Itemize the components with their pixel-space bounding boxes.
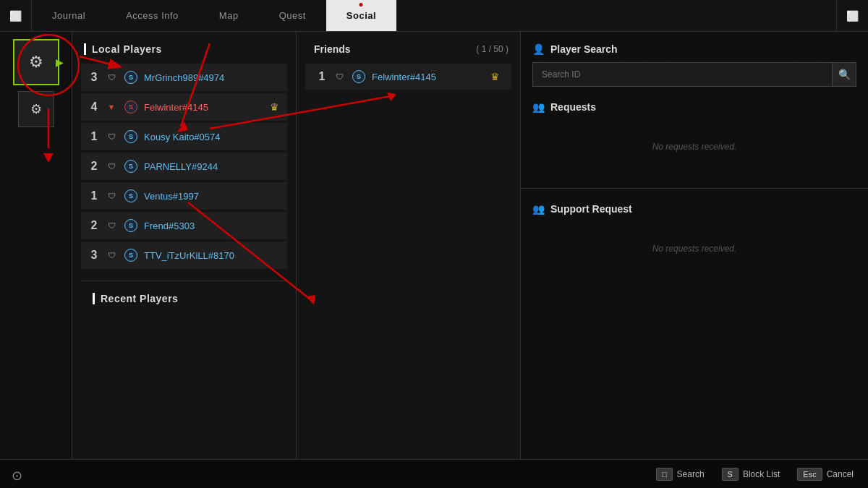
local-players-title: Local Players <box>72 43 296 64</box>
nav-access-info[interactable]: Access Info <box>106 0 199 31</box>
friend-row[interactable]: 1 🛡 S Felwinter#4145 ♛ <box>305 64 511 90</box>
left-sidebar: ⚙ ▶ ⚙ <box>0 32 72 459</box>
divider <box>521 188 868 189</box>
friends-panel: Friends ( 1 / 50 ) 1 🛡 S Felwinter#4145 … <box>297 32 521 459</box>
search-action[interactable]: □ Search <box>656 468 705 481</box>
player-name: Felwinter#4145 <box>144 102 264 113</box>
friends-count: ( 1 / 50 ) <box>476 44 509 54</box>
local-player-row[interactable]: 3 🛡 S TTV_iTzUrKiLL#8170 <box>81 241 287 269</box>
e-icon: ⬜ <box>846 10 859 22</box>
player-name: MrGrinch989#4974 <box>144 72 279 83</box>
settings-icon: ⚙ <box>30 101 42 117</box>
steam-icon-3: S <box>124 159 138 174</box>
friends-header: Friends ( 1 / 50 ) <box>297 43 520 64</box>
player-rank: 1 <box>89 189 99 202</box>
main-content: Local Players 3 🛡 S MrGrinch989#4974 4 ▼… <box>72 32 868 459</box>
support-request-section: 👥 Support Request No requests received. <box>532 203 856 275</box>
nav-journal[interactable]: Journal <box>32 0 106 31</box>
rank-icon-2: 🛡 <box>105 130 118 143</box>
gear-icon: ⚙ <box>29 53 43 72</box>
local-player-row[interactable]: 2 🛡 S Frend#5303 <box>81 212 287 239</box>
player-rank: 3 <box>89 249 99 262</box>
steam-icon-2: S <box>124 129 138 144</box>
active-indicator: ▶ <box>56 56 64 68</box>
support-request-title: 👥 Support Request <box>532 203 856 215</box>
q-icon: ⬜ <box>9 10 22 22</box>
steam-icon-5: S <box>124 218 138 233</box>
bottom-left-avatar: ⊙ <box>12 468 22 484</box>
no-support-message: No requests received. <box>532 222 856 275</box>
player-rank: 2 <box>89 160 99 173</box>
nav-quest[interactable]: Quest <box>259 0 326 31</box>
e-nav-button[interactable]: ⬜ <box>836 0 868 32</box>
requests-title: 👥 Requests <box>532 101 856 113</box>
search-bar: 🔍 <box>532 62 856 87</box>
rank-icon-6: 🛡 <box>105 249 118 262</box>
rank-icon-0: 🛡 <box>105 71 118 84</box>
friends-title: Friends <box>308 43 351 55</box>
q-nav-button[interactable]: ⬜ <box>0 0 32 32</box>
no-requests-message: No requests received. <box>532 120 856 174</box>
support-icon: 👥 <box>532 203 545 215</box>
sidebar-settings-icon[interactable]: ⚙ <box>18 91 54 127</box>
player-search-section: 👤 Player Search 🔍 <box>532 43 856 87</box>
cancel-key-badge: Esc <box>797 468 822 481</box>
player-rank: 3 <box>89 71 99 84</box>
nav-bar: ⬜ Journal Access Info Map Quest Social ⬜ <box>0 0 868 32</box>
magnifier-icon: 🔍 <box>838 69 851 80</box>
avatar-icon: ⊙ <box>12 468 22 483</box>
search-key-badge: □ <box>656 468 673 481</box>
local-players-list: 3 🛡 S MrGrinch989#4974 4 ▼ S Felwinter#4… <box>72 64 296 448</box>
person-search-icon: 👤 <box>532 43 545 55</box>
player-rank: 1 <box>89 130 99 143</box>
friend-crown-icon: ♛ <box>490 71 500 82</box>
local-player-row[interactable]: 1 🛡 S Kousy Kaito#0574 <box>81 123 287 150</box>
player-name: PARNELLY#9244 <box>144 161 279 172</box>
bottom-bar: ⊙ □ Search S Block List Esc Cancel <box>0 459 868 488</box>
rank-icon-4: 🛡 <box>105 189 118 202</box>
nav-notification-dot <box>359 3 363 7</box>
local-players-panel: Local Players 3 🛡 S MrGrinch989#4974 4 ▼… <box>72 32 297 459</box>
player-name: Kousy Kaito#0574 <box>144 132 279 142</box>
player-name: Frend#5303 <box>144 221 279 231</box>
cancel-action[interactable]: Esc Cancel <box>797 468 854 481</box>
rank-icon-1: ▼ <box>105 100 118 114</box>
title-bar-accent <box>84 43 86 55</box>
steam-icon-4: S <box>124 189 138 203</box>
local-player-row[interactable]: 1 🛡 S Ventus#1997 <box>81 182 287 210</box>
rank-icon-5: 🛡 <box>105 219 118 232</box>
block-list-key-badge: S <box>722 468 739 481</box>
rank-icon-3: 🛡 <box>105 160 118 173</box>
player-rank: 2 <box>89 219 99 232</box>
search-button[interactable]: 🔍 <box>832 62 856 87</box>
sidebar-profile-icon[interactable]: ⚙ ▶ <box>13 39 59 85</box>
social-panel: 👤 Player Search 🔍 👥 Requests No requests… <box>521 32 868 459</box>
search-id-input[interactable] <box>532 62 832 87</box>
player-name: Ventus#1997 <box>144 191 279 202</box>
friend-rank: 1 <box>317 70 327 83</box>
local-player-row[interactable]: 2 🛡 S PARNELLY#9244 <box>81 153 287 180</box>
nav-social[interactable]: Social <box>326 0 396 31</box>
block-list-action[interactable]: S Block List <box>722 468 780 481</box>
requests-section: 👥 Requests No requests received. <box>532 101 856 174</box>
title-bar-accent <box>93 293 95 304</box>
recent-players-title: Recent Players <box>81 293 287 313</box>
player-name: TTV_iTzUrKiLL#8170 <box>144 250 279 261</box>
steam-icon-1: S <box>124 100 138 114</box>
steam-icon-6: S <box>124 248 138 262</box>
recent-players-section: Recent Players <box>81 281 287 313</box>
friend-steam-icon: S <box>352 69 366 84</box>
steam-icon-0: S <box>124 70 138 85</box>
requests-icon: 👥 <box>532 101 545 113</box>
friend-name: Felwinter#4145 <box>372 72 485 82</box>
local-player-row[interactable]: 4 ▼ S Felwinter#4145 ♛ <box>81 93 287 121</box>
crown-icon: ♛ <box>270 101 279 113</box>
nav-map[interactable]: Map <box>199 0 259 31</box>
friend-rank-icon: 🛡 <box>333 70 346 83</box>
player-rank: 4 <box>89 100 99 114</box>
local-player-row[interactable]: 3 🛡 S MrGrinch989#4974 <box>81 64 287 91</box>
player-search-title: 👤 Player Search <box>532 43 856 55</box>
